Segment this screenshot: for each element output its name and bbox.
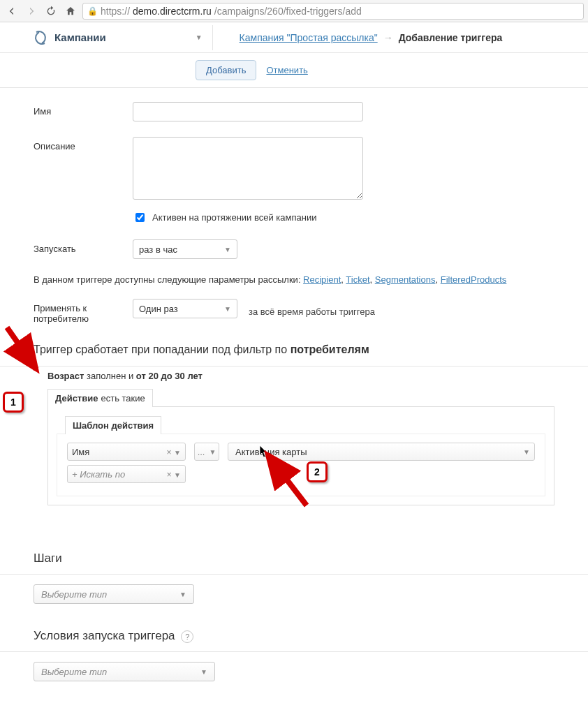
select-placeholder: Выберите тип bbox=[41, 589, 107, 600]
run-value: раз в час bbox=[139, 244, 177, 255]
chevron-down-icon: ▼ bbox=[523, 448, 530, 456]
close-icon[interactable]: × bbox=[166, 470, 171, 480]
field-chip-name[interactable]: Имя × ▼ bbox=[67, 443, 186, 461]
campaigns-label: Кампании bbox=[54, 31, 106, 43]
svg-line-0 bbox=[7, 327, 36, 369]
logo-icon bbox=[32, 29, 49, 46]
param-link[interactable]: FilteredProducts bbox=[441, 274, 507, 285]
divider bbox=[212, 25, 213, 50]
annotation-1: 1 bbox=[3, 392, 24, 413]
active-checkbox[interactable] bbox=[135, 213, 145, 222]
campaigns-menu[interactable]: Кампании ▼ bbox=[32, 29, 203, 46]
description-textarea[interactable] bbox=[133, 137, 363, 200]
chip-placeholder: + Искать по bbox=[72, 469, 125, 480]
apply-value: Один раз bbox=[139, 304, 178, 314]
breadcrumb-link[interactable]: Кампания "Простая рассылка" bbox=[240, 32, 378, 43]
home-button[interactable] bbox=[63, 3, 78, 19]
form: Имя Описание Активен на протяжении всей … bbox=[0, 88, 588, 505]
params-prefix: В данном триггере доступны следующие пар… bbox=[34, 274, 303, 285]
close-icon[interactable]: × bbox=[166, 447, 171, 457]
app-header: Кампании ▼ Кампания "Простая рассылка" →… bbox=[0, 22, 588, 53]
help-icon[interactable]: ? bbox=[181, 630, 193, 643]
chip-label: ... bbox=[198, 447, 205, 457]
age-filter-line: Возраст заполнен и от 20 до 30 лет bbox=[47, 371, 554, 381]
select-placeholder: Выберите тип bbox=[41, 667, 107, 677]
search-by-chip[interactable]: + Искать по × ▼ bbox=[67, 465, 186, 483]
filter-title: Триггер сработает при попадании под филь… bbox=[34, 343, 554, 356]
chevron-down-icon: ▼ bbox=[224, 305, 231, 313]
chevron-down-icon: ▼ bbox=[174, 471, 181, 479]
chevron-down-icon: ▼ bbox=[200, 668, 207, 676]
chevron-down-icon: ▼ bbox=[196, 34, 203, 41]
cancel-link[interactable]: Отменить bbox=[266, 65, 307, 75]
conditions-type-select[interactable]: Выберите тип ▼ bbox=[34, 662, 215, 681]
divider bbox=[0, 366, 588, 367]
conditions-section: Условия запуска триггера ? Выберите тип … bbox=[0, 604, 588, 702]
breadcrumb-current: Добавление триггера bbox=[399, 32, 503, 43]
steps-title: Шаги bbox=[34, 552, 554, 565]
operator-chip[interactable]: ... ▼ bbox=[194, 443, 219, 461]
chevron-down-icon: ▼ bbox=[209, 448, 216, 456]
chevron-down-icon: ▼ bbox=[174, 449, 181, 457]
breadcrumb-arrow-icon: → bbox=[383, 32, 393, 43]
apply-label: Применять кпотребителю bbox=[34, 299, 133, 324]
filter-area: 1 Возраст заполнен и от 20 до 30 лет Дей… bbox=[34, 371, 554, 505]
back-button[interactable] bbox=[4, 3, 20, 19]
active-label: Активен на протяжении всей кампании bbox=[152, 212, 316, 223]
chip-label: Имя bbox=[72, 447, 89, 457]
steps-type-select[interactable]: Выберите тип ▼ bbox=[34, 584, 194, 604]
param-link[interactable]: Ticket bbox=[346, 274, 369, 285]
param-link[interactable]: Recipient bbox=[303, 274, 341, 285]
name-input[interactable] bbox=[133, 102, 363, 121]
template-title-tab: Шаблон действия bbox=[65, 416, 161, 434]
description-label: Описание bbox=[34, 137, 133, 151]
forward-button[interactable] bbox=[24, 3, 39, 19]
run-label: Запускать bbox=[34, 239, 133, 254]
action-bar: Добавить Отменить bbox=[0, 53, 588, 88]
lock-icon: 🔒 bbox=[87, 6, 98, 16]
param-link[interactable]: Segmentations bbox=[375, 274, 436, 285]
browser-chrome: 🔒 https://demo.directcrm.ru/campaigns/26… bbox=[0, 0, 588, 22]
url-scheme: https:// bbox=[101, 6, 130, 17]
conditions-title: Условия запуска триггера ? bbox=[34, 629, 554, 643]
reload-button[interactable] bbox=[43, 3, 59, 19]
template-panel: Шаблон действия Имя × ▼ ... ▼ Активация … bbox=[47, 406, 554, 505]
breadcrumb: Кампания "Простая рассылка" → Добавление… bbox=[240, 32, 503, 43]
apply-suffix: за всё время работы триггера bbox=[249, 306, 375, 317]
run-select[interactable]: раз в час ▼ bbox=[133, 239, 237, 259]
params-note: В данном триггере доступны следующие пар… bbox=[34, 274, 554, 285]
url-bar[interactable]: 🔒 https://demo.directcrm.ru/campaigns/26… bbox=[82, 3, 584, 20]
url-host: demo.directcrm.ru bbox=[133, 6, 212, 17]
chevron-down-icon: ▼ bbox=[179, 591, 186, 598]
action-tab[interactable]: Действие есть такие bbox=[47, 389, 153, 407]
name-label: Имя bbox=[34, 102, 133, 117]
annotation-arrow bbox=[0, 322, 63, 399]
svg-line-1 bbox=[267, 454, 307, 505]
apply-select[interactable]: Один раз ▼ bbox=[133, 299, 237, 318]
annotation-2: 2 bbox=[307, 461, 328, 482]
chevron-down-icon: ▼ bbox=[224, 246, 231, 253]
add-button[interactable]: Добавить bbox=[196, 60, 256, 80]
steps-section: Шаги Выберите тип ▼ bbox=[0, 526, 588, 604]
url-path: /campaigns/260/fixed-triggers/add bbox=[214, 6, 362, 17]
